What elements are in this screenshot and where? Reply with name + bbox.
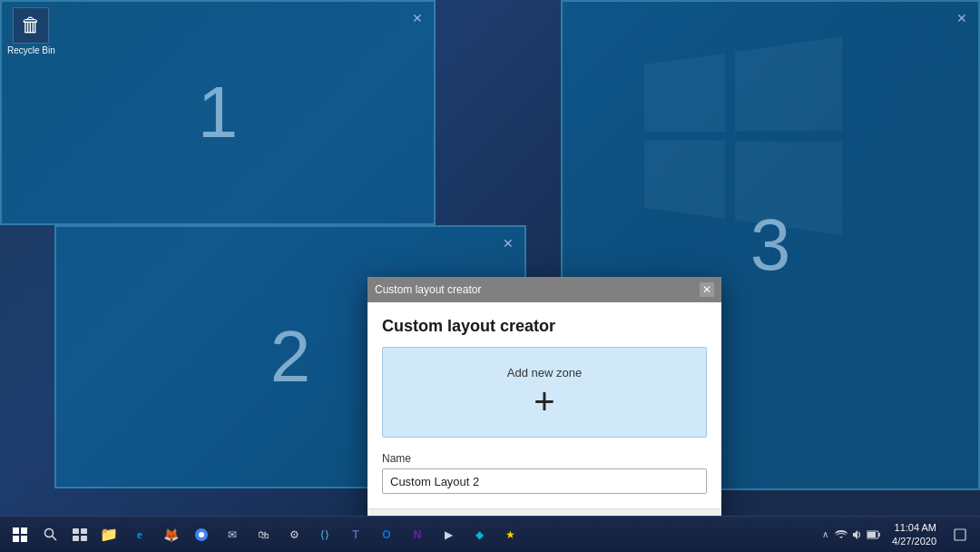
svg-rect-2 xyxy=(13,536,19,542)
clock-time: 11:04 AM xyxy=(892,521,936,534)
taskbar-vscode[interactable]: ⟨⟩ xyxy=(310,520,339,549)
svg-point-11 xyxy=(199,532,204,537)
svg-line-5 xyxy=(53,536,57,540)
zone-1-label: 1 xyxy=(198,71,239,154)
taskbar-file-explorer[interactable]: 📁 xyxy=(94,520,123,549)
taskbar-chrome[interactable] xyxy=(187,520,216,549)
taskbar-edge[interactable]: e xyxy=(125,520,154,549)
svg-rect-0 xyxy=(13,527,19,534)
taskbar: 📁 e 🦊 ✉ 🛍 ⚙ ⟨⟩ T O N ▶ ◆ ★ ∧ xyxy=(0,516,980,552)
svg-rect-9 xyxy=(81,536,87,541)
layout-name-input[interactable] xyxy=(382,468,707,494)
system-tray: ∧ 11:04 AM 4/27/ xyxy=(818,521,976,547)
dialog-body: Custom layout creator Add new zone + Nam… xyxy=(368,302,721,508)
tray-volume[interactable] xyxy=(850,522,865,547)
svg-rect-14 xyxy=(867,532,876,537)
start-button[interactable] xyxy=(4,518,36,551)
svg-rect-7 xyxy=(81,528,87,534)
zone-2-label: 2 xyxy=(270,315,311,399)
svg-rect-1 xyxy=(21,527,27,534)
tray-chevron[interactable]: ∧ xyxy=(818,522,832,547)
taskbar-firefox[interactable]: 🦊 xyxy=(156,520,185,549)
custom-layout-dialog: Custom layout creator ✕ Custom layout cr… xyxy=(368,277,721,552)
tray-battery[interactable] xyxy=(867,522,881,547)
taskbar-store[interactable]: 🛍 xyxy=(249,520,278,549)
recycle-bin-label: Recycle Bin xyxy=(7,45,55,55)
taskbar-app-extra-1[interactable]: ▶ xyxy=(434,520,463,549)
svg-rect-8 xyxy=(73,536,79,541)
taskbar-outlook[interactable]: O xyxy=(372,520,401,549)
dialog-titlebar: Custom layout creator ✕ xyxy=(368,277,721,302)
dialog-close-button[interactable]: ✕ xyxy=(700,282,714,297)
zone-1-close-button[interactable]: ✕ xyxy=(408,9,426,27)
notification-center-button[interactable] xyxy=(947,522,973,547)
svg-marker-12 xyxy=(853,530,858,539)
taskbar-apps: 📁 e 🦊 ✉ 🛍 ⚙ ⟨⟩ T O N ▶ ◆ ★ xyxy=(94,520,818,549)
svg-rect-16 xyxy=(955,529,965,540)
zone-2-close-button[interactable]: ✕ xyxy=(499,234,517,252)
taskbar-powertoys[interactable]: ⚙ xyxy=(279,520,309,549)
clock-display[interactable]: 11:04 AM 4/27/2020 xyxy=(885,521,944,547)
taskbar-app-extra-2[interactable]: ◆ xyxy=(465,520,494,549)
name-field-label: Name xyxy=(382,452,707,465)
add-zone-label: Add new zone xyxy=(507,366,582,380)
svg-point-4 xyxy=(45,528,54,537)
taskbar-teams[interactable]: T xyxy=(341,520,370,549)
zone-3-label: 3 xyxy=(750,203,791,287)
add-zone-plus-icon: + xyxy=(534,383,554,419)
zone-3-close-button[interactable]: ✕ xyxy=(953,9,971,27)
search-button[interactable] xyxy=(36,520,65,549)
clock-date: 4/27/2020 xyxy=(892,535,936,547)
recycle-bin-image: 🗑 xyxy=(13,7,49,44)
tray-icons: ∧ xyxy=(818,522,881,547)
taskbar-app-extra-3[interactable]: ★ xyxy=(495,520,524,549)
tray-network[interactable] xyxy=(834,522,848,547)
svg-rect-3 xyxy=(21,536,27,542)
taskbar-mail[interactable]: ✉ xyxy=(218,520,247,549)
layout-zone-1[interactable]: ✕ 1 xyxy=(0,0,436,225)
dialog-section-heading: Custom layout creator xyxy=(382,317,707,336)
recycle-bin-icon[interactable]: 🗑 Recycle Bin xyxy=(7,7,55,55)
add-new-zone-button[interactable]: Add new zone + xyxy=(382,347,707,438)
dialog-title: Custom layout creator xyxy=(375,283,481,296)
svg-rect-6 xyxy=(73,528,79,534)
task-view-button[interactable] xyxy=(65,520,94,549)
svg-rect-15 xyxy=(878,533,880,537)
taskbar-onenote[interactable]: N xyxy=(403,520,432,549)
